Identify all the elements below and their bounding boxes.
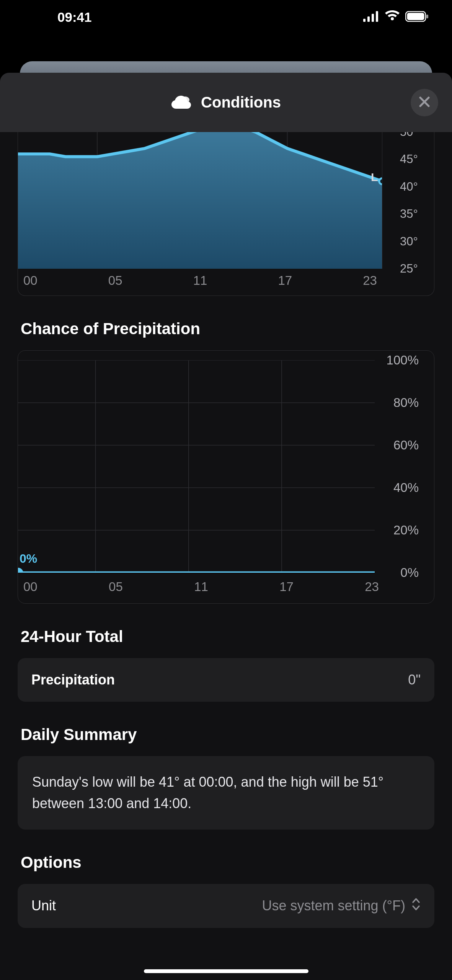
temp-xtick: 00 xyxy=(23,273,38,292)
precip-current-label: 0% xyxy=(20,552,37,566)
conditions-sheet: Conditions xyxy=(0,73,452,980)
precip-ytick: 40% xyxy=(393,480,419,495)
precip-ytick: 20% xyxy=(393,523,419,537)
temperature-y-axis: 50°45°40°35°30°25° xyxy=(382,132,434,269)
precip-xtick: 05 xyxy=(109,580,123,598)
status-bar: 09:41 xyxy=(0,0,452,34)
temp-xtick: 17 xyxy=(278,273,292,292)
sheet-header: Conditions xyxy=(0,73,452,132)
temp-ytick: 40° xyxy=(400,180,418,194)
daily-summary-text: Sunday's low will be 41° at 00:00, and t… xyxy=(18,756,434,830)
sheet-title-group: Conditions xyxy=(171,94,281,111)
svg-rect-1 xyxy=(367,16,370,22)
svg-rect-0 xyxy=(363,19,366,22)
total-row-label: Precipitation xyxy=(31,672,115,688)
battery-icon xyxy=(405,10,429,25)
svg-rect-3 xyxy=(376,11,378,22)
precip-ytick: 100% xyxy=(387,353,419,368)
precip-xtick: 23 xyxy=(365,580,379,598)
precip-ytick: 60% xyxy=(393,438,419,452)
wifi-icon xyxy=(385,10,400,25)
close-icon xyxy=(419,96,430,109)
temp-xtick: 23 xyxy=(363,273,377,292)
unit-value: Use system setting (°F) xyxy=(262,898,405,914)
precip-xtick: 00 xyxy=(23,580,38,598)
home-indicator[interactable] xyxy=(144,969,308,973)
status-right xyxy=(363,10,429,25)
precip-section-title: Chance of Precipitation xyxy=(21,320,434,338)
temperature-chart[interactable]: L 50°45°40°35°30°25° 0005111723 xyxy=(18,132,434,296)
total-row-value: 0" xyxy=(408,672,421,688)
temp-ytick: 45° xyxy=(400,152,418,166)
precip-y-axis: 100%80%60%40%20%0% xyxy=(375,360,434,573)
precipitation-chart[interactable]: 0% 100%80%60%40%20%0% 0005111723 xyxy=(18,350,434,604)
precip-ytick: 0% xyxy=(400,565,419,580)
svg-point-22 xyxy=(18,568,23,573)
close-button[interactable] xyxy=(411,89,438,116)
temp-ytick: 25° xyxy=(400,262,418,276)
svg-rect-6 xyxy=(426,15,428,18)
options-section-title: Options xyxy=(21,853,434,872)
svg-rect-2 xyxy=(372,14,374,22)
cellular-icon xyxy=(363,10,379,25)
precip-xtick: 11 xyxy=(194,580,208,598)
temperature-x-axis: 0005111723 xyxy=(18,273,382,292)
sheet-title: Conditions xyxy=(201,94,281,111)
temp-ytick: 35° xyxy=(400,207,418,221)
precipitation-total-row: Precipitation 0" xyxy=(18,658,434,702)
temp-xtick: 11 xyxy=(193,273,207,292)
cloud-icon xyxy=(171,94,193,111)
total-section-title: 24-Hour Total xyxy=(21,627,434,646)
precip-xtick: 17 xyxy=(279,580,294,598)
temp-xtick: 05 xyxy=(108,273,122,292)
precip-x-axis: 0005111723 xyxy=(18,580,384,598)
temp-ytick: 30° xyxy=(400,235,418,248)
svg-rect-5 xyxy=(407,13,424,20)
unit-option-row[interactable]: Unit Use system setting (°F) xyxy=(18,884,434,928)
summary-section-title: Daily Summary xyxy=(21,725,434,744)
status-time: 09:41 xyxy=(57,10,92,25)
updown-icon xyxy=(411,898,421,914)
low-marker-label: L xyxy=(371,171,378,184)
unit-label: Unit xyxy=(31,898,56,914)
temp-ytick: 50° xyxy=(400,132,418,139)
precip-ytick: 80% xyxy=(393,395,419,410)
